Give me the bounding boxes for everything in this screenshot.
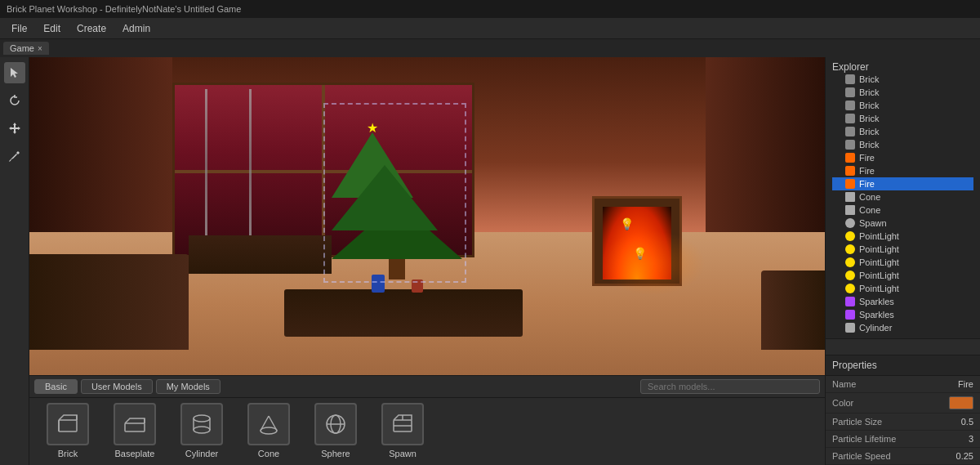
explorer-icon-spawn — [845, 218, 855, 228]
explorer-icon-fire — [845, 179, 855, 189]
menu-edit[interactable]: Edit — [37, 20, 67, 37]
explorer-item-19[interactable]: Cylinder — [832, 321, 973, 334]
model-spawn[interactable]: Spawn — [374, 403, 431, 458]
explorer-icon-sparkles — [845, 297, 855, 306]
game-tab[interactable]: Game × — [3, 42, 49, 55]
svg-point-10 — [261, 427, 277, 434]
paint-tool[interactable] — [4, 145, 25, 167]
model-cylinder-label: Cylinder — [185, 449, 218, 458]
prop-row-color: Color — [826, 393, 980, 414]
prop-row-name: NameFire — [826, 376, 980, 393]
model-brick-icon — [47, 403, 89, 445]
model-brick[interactable]: Brick — [39, 403, 96, 458]
explorer-item-11[interactable]: Spawn — [832, 217, 973, 230]
model-cylinder-icon — [180, 403, 223, 445]
explorer-item-18[interactable]: Sparkles — [832, 308, 973, 321]
explorer-icon-light — [845, 271, 855, 280]
explorer-icon-light — [845, 257, 855, 267]
explorer-label-16: PointLight — [859, 284, 899, 293]
tab-user-models[interactable]: User Models — [81, 379, 153, 394]
explorer-item-10[interactable]: Cone — [832, 203, 973, 217]
model-cone[interactable]: Cone — [240, 403, 297, 458]
explorer-label-12: PointLight — [859, 231, 899, 241]
tab-my-models[interactable]: My Models — [156, 379, 220, 394]
menu-bar: File Edit Create Admin — [0, 18, 980, 39]
explorer-item-3[interactable]: Brick — [832, 112, 973, 125]
viewport[interactable]: ★ 💡 💡 — [29, 57, 825, 375]
model-cone-label: Cone — [258, 449, 279, 458]
model-tabs: Basic User Models My Models — [29, 376, 825, 398]
explorer-item-8[interactable]: Fire — [832, 177, 973, 190]
model-spawn-icon — [381, 403, 424, 445]
tab-basic[interactable]: Basic — [34, 379, 78, 394]
explorer-item-17[interactable]: Sparkles — [832, 295, 973, 308]
explorer-item-15[interactable]: PointLight — [832, 269, 973, 282]
svg-rect-4 — [125, 423, 145, 431]
explorer-icon-light — [845, 284, 855, 293]
tv-stand — [189, 235, 332, 274]
explorer-label-9: Cone — [859, 192, 880, 202]
prop-label-2: Particle Size — [832, 417, 958, 427]
explorer-label-19: Cylinder — [859, 323, 892, 333]
prop-label-4: Particle Speed — [832, 451, 953, 461]
main-area: ★ 💡 💡 — [0, 57, 980, 465]
explorer-item-0[interactable]: Brick — [832, 73, 973, 86]
rotate-tool[interactable] — [4, 90, 25, 111]
move-tool[interactable] — [4, 118, 25, 139]
explorer-label-18: Sparkles — [859, 310, 894, 320]
cursor-tool[interactable] — [4, 62, 25, 83]
right-panel: ExplorerBrickBrickBrickBrickBrickBrickFi… — [825, 57, 980, 465]
explorer-label-1: Brick — [859, 87, 879, 97]
explorer-icon-cone — [845, 205, 855, 215]
model-baseplate-label: Baseplate — [115, 449, 155, 458]
model-cylinder[interactable]: Cylinder — [173, 403, 230, 458]
explorer-item-14[interactable]: PointLight — [832, 256, 973, 269]
explorer-item-4[interactable]: Brick — [832, 125, 973, 138]
christmas-tree: ★ — [332, 132, 462, 279]
prop-row-particle-lifetime: Particle Lifetime3 — [826, 431, 980, 448]
model-sphere-label: Sphere — [321, 449, 350, 458]
explorer-item-12[interactable]: PointLight — [832, 230, 973, 243]
explorer-item-1[interactable]: Brick — [832, 86, 973, 99]
menu-file[interactable]: File — [5, 20, 33, 37]
explorer-label-15: PointLight — [859, 271, 899, 280]
couch-right — [761, 271, 825, 350]
explorer-label-13: PointLight — [859, 244, 899, 254]
explorer-item-7[interactable]: Fire — [832, 164, 973, 177]
couch-left — [29, 254, 189, 350]
viewport-canvas[interactable]: ★ 💡 💡 — [29, 57, 825, 375]
explorer: ExplorerBrickBrickBrickBrickBrickBrickFi… — [826, 57, 980, 355]
prop-row-particle-size: Particle Size0.5 — [826, 414, 980, 431]
menu-create[interactable]: Create — [70, 20, 113, 37]
prop-value-2: 0.5 — [961, 417, 973, 427]
explorer-label-14: PointLight — [859, 257, 899, 267]
properties-panel: Properties NameFireColorParticle Size0.5… — [826, 355, 980, 465]
explorer-item-13[interactable]: PointLight — [832, 243, 973, 256]
explorer-icon-sparkles — [845, 310, 855, 320]
prop-label-0: Name — [832, 379, 955, 389]
explorer-item-5[interactable]: Brick — [832, 138, 973, 151]
explorer-item-16[interactable]: PointLight — [832, 282, 973, 295]
model-list: Brick Baseplate — [29, 398, 825, 463]
left-toolbar — [0, 57, 29, 465]
model-baseplate[interactable]: Baseplate — [106, 403, 163, 458]
explorer-icon-light — [845, 231, 855, 241]
fireplace: 💡 💡 — [592, 196, 682, 286]
model-baseplate-icon — [114, 403, 156, 445]
model-sphere[interactable]: Sphere — [307, 403, 364, 458]
explorer-item-6[interactable]: Fire — [832, 151, 973, 164]
model-spawn-label: Spawn — [389, 449, 416, 458]
explorer-label-11: Spawn — [859, 218, 887, 228]
menu-admin[interactable]: Admin — [116, 20, 157, 37]
window-title: Brick Planet Workshop - DefinitelyNotNat… — [7, 4, 241, 14]
svg-line-11 — [261, 416, 269, 431]
svg-marker-0 — [9, 123, 20, 134]
search-models-input[interactable] — [640, 379, 820, 394]
explorer-icon-brick — [845, 127, 855, 136]
tab-close-button[interactable]: × — [38, 44, 42, 53]
explorer-item-9[interactable]: Cone — [832, 190, 973, 203]
explorer-item-2[interactable]: Brick — [832, 99, 973, 112]
color-swatch-1[interactable] — [949, 396, 973, 409]
explorer-icon-brick — [845, 101, 855, 110]
explorer-icon-cylinder — [845, 323, 855, 333]
